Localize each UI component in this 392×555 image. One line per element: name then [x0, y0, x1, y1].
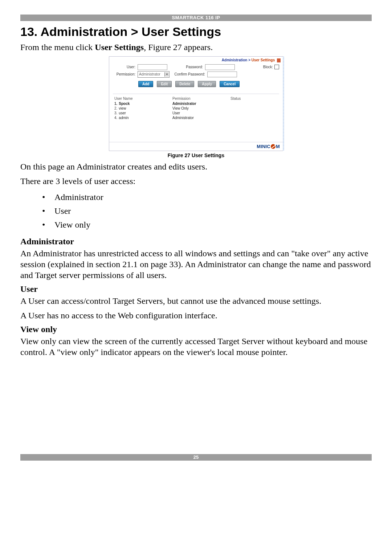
- page-header: SMARTRACK 116 IP: [20, 15, 372, 21]
- admin-para: An Administrator has unrestricted access…: [20, 248, 372, 281]
- table-header: User Name Permission Status: [111, 96, 284, 101]
- text: , Figure 27 appears.: [144, 42, 213, 52]
- page-footer: 25: [20, 454, 372, 461]
- user-input[interactable]: [138, 64, 167, 70]
- section-heading: 13. Administration > User Settings: [20, 25, 372, 39]
- table-row[interactable]: 2.viewView Only: [111, 106, 284, 111]
- table-row[interactable]: 1.SpockAdministrator: [111, 101, 284, 106]
- intro-text: From the menu click User Settings, Figur…: [20, 42, 372, 53]
- label-block: Block:: [263, 65, 273, 69]
- col-status: Status: [230, 97, 284, 101]
- figure-caption: Figure 27 User Settings: [109, 152, 283, 158]
- scroll-edge: [283, 57, 284, 151]
- sub-viewonly: View only: [20, 325, 372, 334]
- breadcrumb: Administration > User Settings: [109, 57, 283, 63]
- label-user: User:: [113, 65, 135, 69]
- confirm-password-input[interactable]: [207, 72, 237, 77]
- edit-button[interactable]: Edit: [157, 81, 172, 87]
- crumb-admin: Administration >: [222, 58, 252, 62]
- apply-button[interactable]: Apply: [198, 81, 216, 87]
- delete-button[interactable]: Delete: [175, 81, 194, 87]
- sub-admin: Administrator: [20, 237, 372, 246]
- block-checkbox[interactable]: [274, 65, 279, 69]
- logo-text-a: MINIC: [257, 144, 270, 149]
- para-after-fig-1: On this page an Administrator creates an…: [20, 161, 372, 172]
- para-after-fig-2: There are 3 levels of user access:: [20, 176, 372, 187]
- user-para-2: A User has no access to the Web configur…: [20, 310, 372, 321]
- crumb-current: User Settings: [252, 58, 275, 62]
- levels-list: AdministratorUserView only: [42, 190, 372, 232]
- text-bold: User Settings: [95, 42, 144, 52]
- button-bar: Add Edit Delete Apply Cancel: [113, 79, 279, 91]
- figure-27: Administration > User Settings User: Pas…: [109, 56, 283, 158]
- cancel-button[interactable]: Cancel: [220, 81, 240, 87]
- figure-footer: MINIC M: [109, 142, 283, 151]
- add-button[interactable]: Add: [138, 81, 153, 87]
- table-row[interactable]: 3.userUser: [111, 111, 284, 115]
- permission-value: Administrator: [139, 72, 160, 76]
- user-table: User Name Permission Status 1.SpockAdmin…: [109, 94, 286, 142]
- sub-user: User: [20, 284, 372, 294]
- label-password: Password:: [167, 65, 203, 69]
- chevron-down-icon: ▾: [164, 72, 169, 77]
- logo-o-icon: [271, 144, 275, 149]
- col-username: User Name: [111, 97, 172, 101]
- label-permission: Permission:: [113, 72, 135, 76]
- list-item: View only: [42, 218, 372, 232]
- list-item: Administrator: [42, 190, 372, 204]
- viewonly-para: View only can view the screen of the cur…: [20, 336, 372, 358]
- permission-select[interactable]: Administrator ▾: [138, 71, 170, 78]
- col-permission: Permission: [172, 97, 230, 101]
- label-confirm: Confirm Password:: [170, 72, 205, 76]
- list-item: User: [42, 204, 372, 218]
- text: From the menu click: [20, 42, 95, 52]
- password-input[interactable]: [205, 64, 235, 70]
- hide-tab-icon[interactable]: [277, 58, 281, 62]
- table-row[interactable]: 4.adminAdministrator: [111, 115, 284, 120]
- user-para-1: A User can access/control Target Servers…: [20, 295, 372, 306]
- minicom-logo: MINIC M: [257, 144, 280, 149]
- logo-text-b: M: [276, 144, 280, 149]
